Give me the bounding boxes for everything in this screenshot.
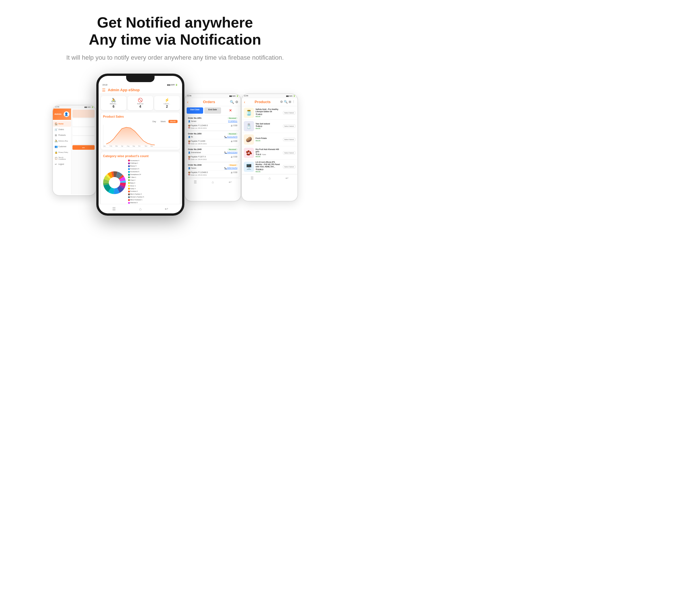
more-products-icon[interactable]: ⋮ xyxy=(292,100,295,104)
products-back-arrow[interactable]: ‹ xyxy=(244,100,246,104)
svg-text:Jan: Jan xyxy=(103,145,106,147)
lowin-stat-icon: ⚡ xyxy=(155,98,179,102)
products-nav-home[interactable]: ⌂ xyxy=(268,176,271,180)
logout-icon: ↩ xyxy=(54,163,58,166)
search-products-icon[interactable]: 🔍 xyxy=(284,100,288,104)
sidebar-item-delivery[interactable]: 🚴 Delivery Boy xyxy=(53,138,71,144)
product-img-3: 🥔 xyxy=(244,134,254,145)
products-icons: ⚙ 🔍 ⊞ ⋮ xyxy=(280,100,295,104)
pie-chart xyxy=(103,171,126,195)
customer-icon: 👥 xyxy=(54,145,58,148)
tab-day[interactable]: Day xyxy=(151,120,158,123)
content-card-1 xyxy=(73,110,95,118)
product-card-1: 🫙 Saffola Gold - Pro Healthy Lifestyle E… xyxy=(242,106,298,120)
order-card-1649: Order No.1649 Received 👤 Smmehdowi 📞 546… xyxy=(186,147,239,162)
select-variant-btn-1[interactable]: Select Varient xyxy=(283,111,296,114)
products-nav-menu[interactable]: ☰ xyxy=(251,176,254,180)
orders-nav-menu[interactable]: ☰ xyxy=(194,180,197,184)
product-card-2: 🧂 Tata Salt Iodized ₹ 450.0 Stock: Selec… xyxy=(242,120,298,133)
product-card-5: 🖥️ LG 22 inch (55cm) IPS Monitor - Full … xyxy=(242,160,298,174)
tab-week[interactable]: Week xyxy=(159,120,167,123)
soldout-stat-icon: 🚫 xyxy=(129,98,152,102)
sidebar-left: Admin 👤 🏠 Home 🛒 Orders ⊞ Products 🚴 xyxy=(53,109,71,194)
orange-action-bar: ●●● xyxy=(73,145,95,150)
phone-orders: 11:55 ▮▮▮ WiFi 🔋 ‹ Orders 🔍 ⚙ Start Date… xyxy=(184,94,241,201)
pie-title: Category wise product's count xyxy=(103,154,177,158)
svg-point-26 xyxy=(109,177,120,188)
tab-month[interactable]: Month xyxy=(168,120,177,123)
search-icon[interactable]: 🔍 xyxy=(230,100,234,104)
stats-row: 🚴 Delivery... 6 🚫 Sold out 4 ⚡ Low in...… xyxy=(101,96,180,110)
orders-back-arrow[interactable]: ‹ xyxy=(187,100,189,104)
order-card-1650: Order No.1650 Received 👤 Rk 📞 9122124270… xyxy=(186,131,239,146)
product-info-1: Saffola Gold - Pro Healthy Lifestyle Edi… xyxy=(256,108,281,118)
center-app-header: ☰ Admin App eShop xyxy=(99,87,182,94)
pie-legend: Accesories 4 Clothings 1 Beauty 5 Footwe… xyxy=(128,159,144,204)
sidebar-item-logout[interactable]: ↩ Logout xyxy=(53,161,71,167)
product-img-1: 🫙 xyxy=(244,108,254,118)
sidebar-item-customer[interactable]: 👥 Customer xyxy=(53,144,71,149)
sidebar-item-home[interactable]: 🏠 Home xyxy=(53,121,71,127)
orders-icon: 🛒 xyxy=(54,128,58,131)
products-icon: ⊞ xyxy=(54,134,58,137)
select-variant-btn-3[interactable]: Select Varient xyxy=(283,138,296,141)
date-filter-row: Start Date End Date ✕ xyxy=(185,106,241,115)
orders-title: Orders xyxy=(189,100,228,104)
phone-screen: 15:10 ▮▮▮ WiFi 🔋 ☰ Admin App eShop 🚴 Del… xyxy=(99,76,182,213)
stat-soldout: 🚫 Sold out 4 xyxy=(127,96,153,110)
products-nav-back[interactable]: ↩ xyxy=(286,176,288,180)
phone-bottom-bar: ☰ ⌂ ↩ xyxy=(99,204,182,213)
delivery-stat-icon: 🚴 xyxy=(102,98,125,102)
orders-icons: 🔍 ⚙ xyxy=(230,100,238,104)
clear-date-btn[interactable]: ✕ xyxy=(222,107,239,114)
product-info-2: Tata Salt Iodized ₹ 450.0 Stock: xyxy=(256,123,281,129)
orders-bottom-nav: ☰ ⌂ ↩ xyxy=(185,178,241,186)
stat-lowin: ⚡ Low in... 2 xyxy=(154,96,180,110)
sidebar-item-privacy[interactable]: 🔒 Privacy Policy xyxy=(53,149,71,155)
chart-title: Product Sales xyxy=(103,115,177,118)
chart-tabs: Day Week Month xyxy=(103,120,177,123)
admin-avatar: 👤 xyxy=(64,111,69,117)
content-card-4 xyxy=(73,136,95,144)
product-card-3: 🥔 Fresh Potato Stock: Select Varient xyxy=(242,133,298,146)
order-card-1648: Order No.1648 Shipped 👤 Faizan 📞 9956784… xyxy=(186,162,239,177)
select-variant-btn-5[interactable]: Select Varient xyxy=(283,165,296,169)
product-card-4: 🫘 Dry Fruit Hub Khenaizi 400 gms ₹ 10.0 … xyxy=(242,146,298,160)
product-img-5: 🖥️ xyxy=(244,162,254,172)
end-date-btn[interactable]: End Date xyxy=(204,107,221,114)
center-body: 🚴 Delivery... 6 🚫 Sold out 4 ⚡ Low in...… xyxy=(99,94,182,204)
sidebar-item-terms[interactable]: 📋 Term & Conditions xyxy=(53,155,71,161)
select-variant-btn-2[interactable]: Select Varient xyxy=(283,124,296,128)
phone-left: 11:55 ▮▮▮ WiFi 🔋 Admin 👤 🏠 Home 🛒 Orders xyxy=(52,105,96,196)
orders-nav-back[interactable]: ↩ xyxy=(229,180,232,184)
filter-products-icon[interactable]: ⚙ xyxy=(280,100,283,104)
orders-nav-home[interactable]: ⌂ xyxy=(212,180,214,184)
phone-center: 15:10 ▮▮▮ WiFi 🔋 ☰ Admin App eShop 🚴 Del… xyxy=(96,74,184,215)
start-date-btn[interactable]: Start Date xyxy=(187,107,203,114)
nav-back-icon[interactable]: ↩ xyxy=(165,207,168,211)
select-variant-btn-4[interactable]: Select Varient xyxy=(283,151,296,155)
home-icon: 🏠 xyxy=(54,122,58,125)
nav-home-icon[interactable]: ⌂ xyxy=(139,207,141,211)
chart-area: Jan Feb Mar Apr Aug Sep Oct Nov Dec xyxy=(103,125,177,147)
nav-menu-icon[interactable]: ☰ xyxy=(112,207,116,211)
pie-section: Category wise product's count xyxy=(101,152,180,204)
chart-card: Product Sales Day Week Month Jan Feb Mar… xyxy=(101,112,180,150)
grid-products-icon[interactable]: ⊞ xyxy=(289,100,291,104)
main-title: Get Notified anywhere Any time via Notif… xyxy=(11,14,339,48)
sidebar-item-products[interactable]: ⊞ Products xyxy=(53,132,71,138)
orders-header: ‹ Orders 🔍 ⚙ xyxy=(185,98,241,106)
sidebar-item-orders[interactable]: 🛒 Orders xyxy=(53,127,71,132)
header-section: Get Notified anywhere Any time via Notif… xyxy=(0,0,350,71)
phone-notch xyxy=(126,76,154,82)
hamburger-icon[interactable]: ☰ xyxy=(102,88,106,93)
product-info-4: Dry Fruit Hub Khenaizi 400 gms ₹ 10.0 ₹2… xyxy=(256,148,281,157)
filter-icon[interactable]: ⚙ xyxy=(235,100,238,104)
sidebar-header: Admin 👤 xyxy=(53,109,71,120)
sidebar-right-content: ●●● xyxy=(71,109,96,194)
content-card-3 xyxy=(73,127,95,135)
product-img-2: 🧂 xyxy=(244,121,254,131)
privacy-icon: 🔒 xyxy=(54,151,58,154)
products-status-bar: 11:55 ▮▮▮ WiFi 🔋 xyxy=(242,94,298,98)
phones-container: 11:55 ▮▮▮ WiFi 🔋 Admin 👤 🏠 Home 🛒 Orders xyxy=(0,71,350,227)
